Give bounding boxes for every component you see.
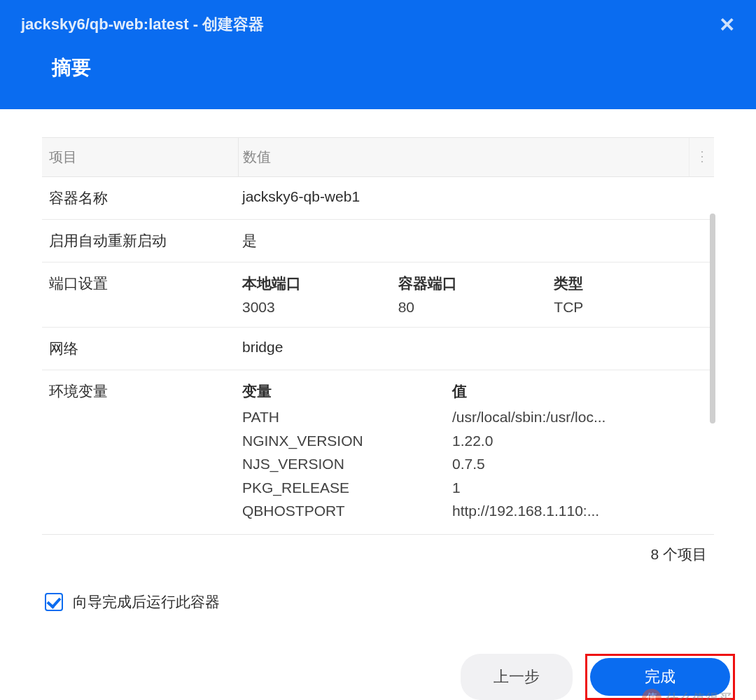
env-row: NGINX_VERSION 1.22.0 (242, 429, 710, 453)
env-row: NJS_VERSION 0.7.5 (242, 452, 710, 476)
watermark-text: 什么值得买 (666, 690, 732, 700)
create-container-modal: jacksky6/qb-web:latest - 创建容器 ✕ 摘要 项目 数值… (0, 0, 756, 700)
value-env-vars: 变量 值 PATH /usr/local/sbin:/usr/loc... NG… (238, 370, 714, 534)
label-port-settings: 端口设置 (42, 262, 238, 327)
run-after-checkbox[interactable] (45, 593, 63, 611)
env-key: NJS_VERSION (242, 452, 452, 476)
port-type: TCP (554, 299, 710, 316)
value-port-settings: 本地端口 容器端口 类型 3003 80 TCP (238, 262, 714, 327)
env-key: PKG_RELEASE (242, 476, 452, 500)
table-menu-icon[interactable]: ⋮ (689, 138, 714, 176)
env-val: 1.22.0 (452, 429, 710, 453)
row-port-settings: 端口设置 本地端口 容器端口 类型 3003 80 TCP (42, 262, 714, 328)
env-row: QBHOSTPORT http://192.168.1.110:... (242, 499, 710, 523)
value-auto-restart: 是 (238, 220, 714, 262)
summary-table: 项目 数值 ⋮ 容器名称 jacksky6-qb-web1 启用自动重新启动 是… (42, 137, 714, 535)
env-val: /usr/local/sbin:/usr/loc... (452, 405, 710, 429)
col-header-value: 数值 (238, 138, 689, 176)
label-env-vars: 环境变量 (42, 370, 238, 534)
env-header-var: 变量 (242, 382, 452, 401)
run-after-label: 向导完成后运行此容器 (73, 592, 220, 612)
prev-button[interactable]: 上一步 (461, 654, 573, 700)
page-subtitle: 摘要 (52, 55, 735, 81)
port-header-local: 本地端口 (242, 274, 398, 293)
table-body: 容器名称 jacksky6-qb-web1 启用自动重新启动 是 端口设置 本地… (42, 177, 714, 534)
env-key: NGINX_VERSION (242, 429, 452, 453)
env-key: QBHOSTPORT (242, 499, 452, 523)
item-count: 8 个项目 (42, 535, 714, 571)
close-icon[interactable]: ✕ (719, 15, 735, 35)
value-container-name: jacksky6-qb-web1 (238, 177, 714, 219)
value-network: bridge (238, 328, 714, 370)
label-auto-restart: 启用自动重新启动 (42, 220, 238, 262)
env-val: 1 (452, 476, 710, 500)
watermark: 值 什么值得买 (642, 689, 732, 700)
col-header-item: 项目 (42, 138, 238, 176)
row-env-vars: 环境变量 变量 值 PATH /usr/local/sbin:/usr/loc.… (42, 370, 714, 534)
env-header-val: 值 (452, 382, 710, 401)
row-network: 网络 bridge (42, 328, 714, 370)
port-header-container: 容器端口 (398, 274, 554, 293)
row-auto-restart: 启用自动重新启动 是 (42, 220, 714, 262)
env-row: PATH /usr/local/sbin:/usr/loc... (242, 405, 710, 429)
port-header-type: 类型 (554, 274, 710, 293)
label-container-name: 容器名称 (42, 177, 238, 219)
port-local: 3003 (242, 299, 398, 316)
scrollbar-thumb[interactable] (710, 214, 715, 424)
table-header: 项目 数值 ⋮ (42, 138, 714, 177)
run-after-row: 向导完成后运行此容器 (42, 592, 714, 612)
env-val: 0.7.5 (452, 452, 710, 476)
label-network: 网络 (42, 328, 238, 370)
watermark-badge-icon: 值 (642, 689, 662, 700)
port-container: 80 (398, 299, 554, 316)
env-key: PATH (242, 405, 452, 429)
modal-header: jacksky6/qb-web:latest - 创建容器 ✕ 摘要 (0, 0, 756, 109)
row-container-name: 容器名称 jacksky6-qb-web1 (42, 177, 714, 220)
env-val: http://192.168.1.110:... (452, 499, 710, 523)
modal-body: 项目 数值 ⋮ 容器名称 jacksky6-qb-web1 启用自动重新启动 是… (0, 109, 756, 626)
env-row: PKG_RELEASE 1 (242, 476, 710, 500)
modal-title: jacksky6/qb-web:latest - 创建容器 (21, 14, 735, 35)
